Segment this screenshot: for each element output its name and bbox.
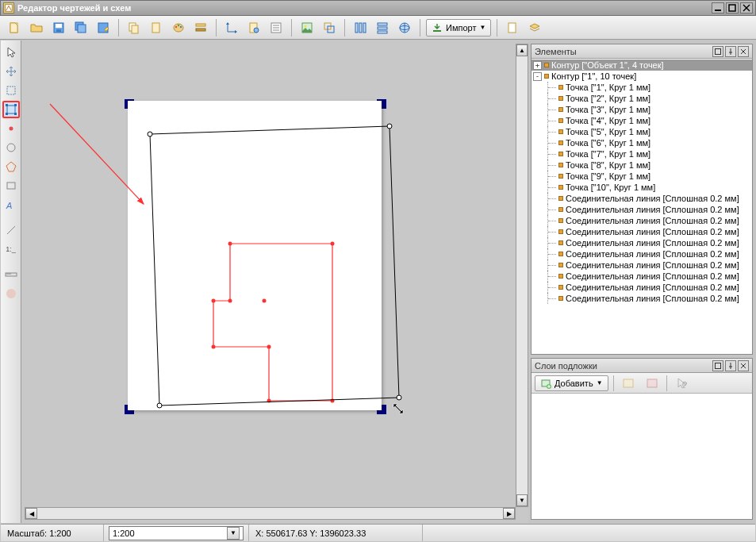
text-tool[interactable]: A <box>2 196 20 213</box>
add-layer-dropdown[interactable]: Добавить ▼ <box>535 375 608 391</box>
pointer-tool[interactable] <box>2 44 20 61</box>
tree-item-label: Точка ["8", Круг 1 мм] <box>566 160 650 170</box>
scale-combobox[interactable]: 1:200 ▼ <box>109 526 244 540</box>
tree-toggle[interactable]: - <box>533 72 542 81</box>
import-icon <box>432 22 443 33</box>
scroll-down-button[interactable]: ▼ <box>516 494 528 506</box>
scale-tool[interactable]: 1:_ <box>2 240 20 258</box>
document-button[interactable] <box>244 18 263 37</box>
tree-row[interactable]: Соединительная линия [Сплошная 0.2 мм] <box>532 248 752 259</box>
list-button[interactable] <box>267 18 286 37</box>
svg-point-63 <box>212 345 216 349</box>
tree-row[interactable]: Точка ["6", Круг 1 мм] <box>532 137 752 148</box>
scroll-up-button[interactable]: ▲ <box>516 44 528 56</box>
tree-item-label: Соединительная линия [Сплошная 0.2 мм] <box>566 238 739 248</box>
tree-item-label: Соединительная линия [Сплошная 0.2 мм] <box>566 260 739 270</box>
panel-close-button[interactable] <box>738 360 749 371</box>
group-button[interactable] <box>320 18 339 37</box>
save-all-button[interactable] <box>71 18 90 37</box>
tree-row[interactable]: Соединительная линия [Сплошная 0.2 мм] <box>532 204 752 215</box>
ruler-tool[interactable] <box>2 266 20 283</box>
maximize-button[interactable] <box>726 2 739 13</box>
titlebar: Редактор чертежей и схем <box>0 0 756 16</box>
tree-row[interactable]: Соединительная линия [Сплошная 0.2 мм] <box>532 215 752 226</box>
tree-row[interactable]: Точка ["10", Круг 1 мм] <box>532 182 752 193</box>
save-as-button[interactable] <box>94 18 113 37</box>
point-tool[interactable] <box>2 120 20 137</box>
line-tool[interactable] <box>2 221 20 239</box>
palette-button[interactable] <box>169 18 188 37</box>
globe-button[interactable] <box>395 18 414 37</box>
panel-close-button[interactable] <box>738 46 749 57</box>
tree-row[interactable]: +Контур ["Объект 1", 4 точек] <box>532 60 752 71</box>
new-file-button[interactable] <box>5 18 24 37</box>
close-button[interactable] <box>740 2 753 13</box>
panel-window-button[interactable] <box>712 360 723 371</box>
rect-tool[interactable] <box>2 177 20 194</box>
vertical-scrollbar[interactable]: ▲ ▼ <box>516 44 528 507</box>
minimize-button[interactable] <box>712 2 724 13</box>
tree-row[interactable]: Соединительная линия [Сплошная 0.2 мм] <box>532 293 752 304</box>
tree-row[interactable]: Соединительная линия [Сплошная 0.2 мм] <box>532 271 752 282</box>
panel-window-button[interactable] <box>712 46 723 57</box>
styles-button[interactable] <box>191 18 210 37</box>
open-file-button[interactable] <box>27 18 46 37</box>
move-tool[interactable] <box>2 63 20 80</box>
tree-row[interactable]: Соединительная линия [Сплошная 0.2 мм] <box>532 237 752 248</box>
tree-row[interactable]: Точка ["5", Круг 1 мм] <box>532 126 752 137</box>
svg-rect-7 <box>56 24 62 28</box>
tree-item-icon <box>558 229 563 234</box>
tree-row[interactable]: Точка ["7", Круг 1 мм] <box>532 148 752 160</box>
svg-rect-43 <box>7 106 15 113</box>
layers-list[interactable] <box>532 394 752 519</box>
svg-rect-8 <box>56 29 61 32</box>
align-h-button[interactable] <box>351 18 370 37</box>
chevron-down-icon: ▼ <box>597 379 603 386</box>
layer-button-1[interactable] <box>619 374 638 393</box>
tree-toggle[interactable]: + <box>533 61 542 70</box>
import-label: Импорт <box>446 23 476 33</box>
tree-item-icon <box>558 274 563 279</box>
image-button[interactable] <box>297 18 317 37</box>
scroll-left-button[interactable]: ◀ <box>25 508 37 519</box>
polygon-tool[interactable] <box>2 158 20 175</box>
elements-tree[interactable]: +Контур ["Объект 1", 4 точек]-Контур ["1… <box>532 59 752 354</box>
canvas-viewport[interactable] <box>25 44 516 507</box>
tree-row[interactable]: Точка ["4", Круг 1 мм] <box>532 115 752 126</box>
scroll-right-button[interactable]: ▶ <box>503 508 515 519</box>
axes-button[interactable] <box>222 18 241 37</box>
tree-row[interactable]: Точка ["1", Круг 1 мм] <box>532 82 752 93</box>
tree-item-icon <box>558 174 563 179</box>
add-icon <box>540 378 551 389</box>
horizontal-scrollbar[interactable]: ◀ ▶ <box>25 507 516 520</box>
panel-pin-button[interactable] <box>725 46 736 57</box>
transform-tool[interactable] <box>2 101 20 118</box>
layers-icon-button[interactable] <box>525 18 544 37</box>
tree-row[interactable]: Соединительная линия [Сплошная 0.2 мм] <box>532 226 752 237</box>
tree-item-icon <box>558 118 563 123</box>
layer-help-button[interactable]: ? <box>672 374 691 393</box>
tree-row[interactable]: Точка ["9", Круг 1 мм] <box>532 171 752 182</box>
tree-row[interactable]: Соединительная линия [Сплошная 0.2 мм] <box>532 259 752 271</box>
tree-row[interactable]: Соединительная линия [Сплошная 0.2 мм] <box>532 193 752 204</box>
tree-item-icon <box>558 240 563 245</box>
svg-rect-35 <box>378 27 387 29</box>
doc-button-2[interactable] <box>503 18 522 37</box>
tree-item-label: Точка ["7", Круг 1 мм] <box>566 149 650 159</box>
tree-row[interactable]: Точка ["3", Круг 1 мм] <box>532 104 752 115</box>
tree-row[interactable]: Соединительная линия [Сплошная 0.2 мм] <box>532 282 752 293</box>
layer-button-2[interactable] <box>643 374 662 393</box>
disabled-tool[interactable] <box>2 285 20 302</box>
align-v-button[interactable] <box>373 18 392 37</box>
panel-pin-button[interactable] <box>725 360 736 371</box>
tree-row[interactable]: Точка ["2", Круг 1 мм] <box>532 93 752 104</box>
paste-button[interactable] <box>147 18 166 37</box>
import-dropdown[interactable]: Импорт ▼ <box>426 19 491 37</box>
tree-item-icon <box>558 140 563 145</box>
circle-tool[interactable] <box>2 139 20 156</box>
tree-row[interactable]: Точка ["8", Круг 1 мм] <box>532 160 752 171</box>
tree-row[interactable]: -Контур ["1", 10 точек] <box>532 71 752 82</box>
save-button[interactable] <box>49 18 68 37</box>
crop-tool[interactable] <box>2 82 20 99</box>
copy-button[interactable] <box>125 18 144 37</box>
